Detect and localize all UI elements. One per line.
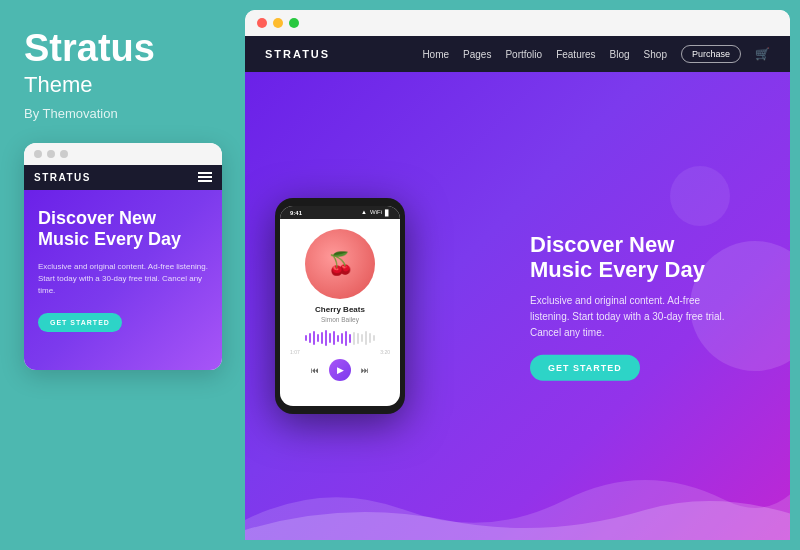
nav-link-shop[interactable]: Shop	[644, 49, 667, 60]
nav-link-features[interactable]: Features	[556, 49, 595, 60]
phone-status-bar: 9:41 ▲ WiFi ▊	[280, 206, 400, 219]
waveform	[288, 329, 392, 347]
hamburger-icon[interactable]	[198, 172, 212, 182]
hero-description: Exclusive and original content. Ad-free …	[530, 292, 740, 340]
time-start: 1:07	[290, 349, 300, 355]
battery-icon: ▊	[385, 209, 390, 216]
wave-bar	[361, 334, 364, 342]
mobile-preview-card: STRATUS Discover New Music Every Day Exc…	[24, 143, 222, 370]
wave-bar	[337, 335, 340, 342]
wave-bar	[305, 335, 308, 341]
nav-link-blog[interactable]: Blog	[610, 49, 630, 60]
hero-title: Discover New Music Every Day	[530, 232, 740, 283]
card-hero: Discover New Music Every Day Exclusive a…	[24, 190, 222, 370]
wave-bar	[345, 331, 348, 346]
time-end: 3:20	[380, 349, 390, 355]
cherry-emoji: 🍒	[327, 251, 354, 277]
card-hero-desc: Exclusive and original content. Ad-free …	[38, 261, 208, 297]
right-panel: STRATUS Home Pages Portfolio Features Bl…	[245, 10, 790, 540]
wave-bar	[309, 333, 312, 343]
wave-bar	[357, 333, 360, 344]
wave-bar	[341, 333, 344, 344]
play-button[interactable]: ▶	[329, 359, 351, 381]
signal-icon: ▲	[361, 209, 367, 216]
dot-red	[34, 150, 42, 158]
brand-subtitle: Theme	[24, 72, 92, 98]
wave-bar	[333, 331, 336, 345]
card-nav-brand: STRATUS	[34, 172, 91, 183]
wave-bar	[349, 334, 352, 343]
purchase-button[interactable]: Purchase	[681, 45, 741, 63]
desktop-hero: 9:41 ▲ WiFi ▊ 🍒 Cherry Beats Simon Baile…	[245, 72, 790, 540]
window-maximize-dot	[289, 18, 299, 28]
phone-screen: 9:41 ▲ WiFi ▊ 🍒 Cherry Beats Simon Baile…	[280, 206, 400, 406]
window-close-dot	[257, 18, 267, 28]
window-minimize-dot	[273, 18, 283, 28]
card-navbar: STRATUS	[24, 165, 222, 190]
hero-cta-button[interactable]: GET STARTED	[530, 354, 640, 380]
hero-text-area: Discover New Music Every Day Exclusive a…	[530, 232, 740, 381]
circle-decoration-small	[670, 166, 730, 226]
wifi-icon: WiFi	[370, 209, 382, 216]
left-panel: Stratus Theme By Themovation STRATUS Dis…	[0, 0, 245, 550]
phone-status-icons: ▲ WiFi ▊	[361, 209, 390, 216]
desktop-nav-logo: STRATUS	[265, 48, 330, 60]
prev-button[interactable]: ⏮	[311, 366, 319, 375]
dot-green	[60, 150, 68, 158]
card-dots	[24, 143, 222, 165]
phone-content: 🍒 Cherry Beats Simon Bailey	[280, 219, 400, 389]
wave-decoration	[245, 460, 790, 540]
artist-name: Simon Bailey	[321, 316, 359, 323]
song-title: Cherry Beats	[315, 305, 365, 314]
wave-bar	[329, 333, 332, 343]
time-row: 1:07 3:20	[288, 349, 392, 355]
desktop-nav-links: Home Pages Portfolio Features Blog Shop …	[422, 45, 770, 63]
wave-bar	[313, 331, 316, 345]
desktop-navbar: STRATUS Home Pages Portfolio Features Bl…	[245, 36, 790, 72]
phone-time: 9:41	[290, 210, 302, 216]
card-hero-title: Discover New Music Every Day	[38, 208, 208, 251]
wave-bar	[365, 331, 368, 345]
wave-bar	[353, 332, 356, 345]
wave-bar	[321, 332, 324, 344]
desktop-preview: STRATUS Home Pages Portfolio Features Bl…	[245, 36, 790, 540]
wave-bar	[325, 330, 328, 346]
window-chrome	[245, 10, 790, 36]
album-art: 🍒	[305, 229, 375, 299]
player-controls[interactable]: ⏮ ▶ ⏭	[311, 359, 369, 381]
phone-mockup: 9:41 ▲ WiFi ▊ 🍒 Cherry Beats Simon Baile…	[275, 198, 405, 414]
wave-bar	[317, 334, 320, 342]
brand-title: Stratus	[24, 28, 155, 70]
nav-link-portfolio[interactable]: Portfolio	[505, 49, 542, 60]
nav-link-home[interactable]: Home	[422, 49, 449, 60]
cart-icon[interactable]: 🛒	[755, 47, 770, 61]
next-button[interactable]: ⏭	[361, 366, 369, 375]
nav-link-pages[interactable]: Pages	[463, 49, 491, 60]
wave-bar	[369, 333, 372, 343]
wave-bar	[373, 335, 376, 341]
dot-yellow	[47, 150, 55, 158]
card-get-started-button[interactable]: GET STARTED	[38, 313, 122, 332]
brand-by: By Themovation	[24, 106, 118, 121]
